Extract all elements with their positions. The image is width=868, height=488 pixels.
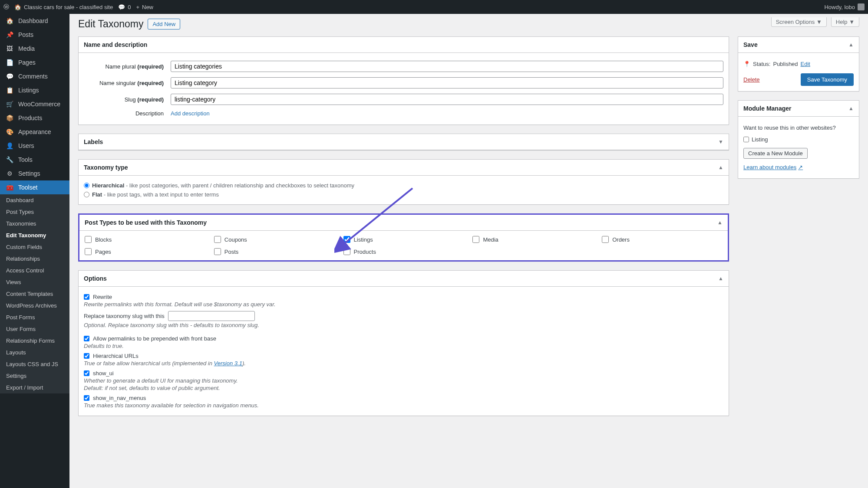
comments-link[interactable]: 💬0 xyxy=(118,4,131,10)
new-content-link[interactable]: +New xyxy=(136,4,153,10)
labels-box: Labels▼ xyxy=(78,134,729,151)
sidebar-item-listings[interactable]: 📋Listings xyxy=(0,83,69,97)
sidebar-item-posts[interactable]: 📌Posts xyxy=(0,28,69,42)
submenu-access-control[interactable]: Access Control xyxy=(0,265,69,276)
save-box-header[interactable]: Save▲ xyxy=(738,37,859,53)
edit-status-link[interactable]: Edit xyxy=(801,61,810,67)
post-type-media: Media xyxy=(472,236,593,243)
hierarchical-radio[interactable] xyxy=(84,183,89,188)
show-nav-checkbox[interactable] xyxy=(84,395,89,401)
learn-modules-link[interactable]: Learn about modules ↗ xyxy=(743,164,803,170)
submenu-layouts[interactable]: Layouts xyxy=(0,347,69,358)
submenu-layouts-css-js[interactable]: Layouts CSS and JS xyxy=(0,358,69,370)
site-name-link[interactable]: 🏠Classic cars for sale - classified site xyxy=(14,4,113,10)
screen-options-button[interactable]: Screen Options ▼ xyxy=(771,17,827,27)
submenu-wp-archives[interactable]: WordPress Archives xyxy=(0,300,69,311)
post-type-label: Coupons xyxy=(224,236,247,243)
page-title: Edit Taxonomy xyxy=(78,18,143,30)
post-type-checkbox-pages[interactable] xyxy=(85,248,92,255)
save-taxonomy-button[interactable]: Save Taxonomy xyxy=(801,73,854,86)
external-link-icon: ↗ xyxy=(798,164,803,170)
post-type-checkbox-products[interactable] xyxy=(343,248,350,255)
sidebar-item-toolset[interactable]: 🧰Toolset xyxy=(0,180,69,194)
sidebar-item-appearance[interactable]: 🎨Appearance xyxy=(0,125,69,139)
post-type-label: Products xyxy=(354,249,376,255)
avatar-icon xyxy=(858,3,865,10)
version-link[interactable]: Version 3.1 xyxy=(214,360,242,367)
help-button[interactable]: Help ▼ xyxy=(831,17,859,27)
page-icon: 📄 xyxy=(5,59,14,66)
submenu-taxonomies[interactable]: Taxonomies xyxy=(0,218,69,229)
singular-input[interactable] xyxy=(171,77,723,88)
chevron-down-icon: ▼ xyxy=(718,139,723,145)
post-types-header[interactable]: Post Types to be used with this Taxonomy… xyxy=(79,215,728,231)
sidebar-item-users[interactable]: 👤Users xyxy=(0,139,69,153)
main-content: Screen Options ▼ Help ▼ Edit Taxonomy Ad… xyxy=(69,0,868,442)
dashboard-icon: 🏠 xyxy=(5,17,14,24)
delete-link[interactable]: Delete xyxy=(743,76,760,83)
plural-label: Name plural (required) xyxy=(84,63,171,70)
submenu-export-import[interactable]: Export / Import xyxy=(0,382,69,393)
post-type-label: Posts xyxy=(224,249,239,255)
flat-radio[interactable] xyxy=(84,192,89,197)
submenu-settings[interactable]: Settings xyxy=(0,370,69,382)
submenu-post-forms[interactable]: Post Forms xyxy=(0,311,69,323)
settings-icon: ⚙ xyxy=(5,170,14,177)
slug-input[interactable] xyxy=(171,94,723,105)
taxonomy-type-box: Taxonomy type▲ Hierarchical - like post … xyxy=(78,159,729,205)
sidebar-item-pages[interactable]: 📄Pages xyxy=(0,56,69,69)
create-module-button[interactable]: Create a New Module xyxy=(743,148,808,159)
submenu-edit-taxonomy[interactable]: Edit Taxonomy xyxy=(0,229,69,241)
sidebar-item-dashboard[interactable]: 🏠Dashboard xyxy=(0,14,69,28)
post-type-posts: Posts xyxy=(214,248,335,255)
listing-module-checkbox[interactable] xyxy=(743,137,749,142)
sidebar-item-comments[interactable]: 💬Comments xyxy=(0,69,69,83)
submenu-content-templates[interactable]: Content Templates xyxy=(0,288,69,300)
plural-input[interactable] xyxy=(171,61,723,72)
pin-icon: 📍 xyxy=(743,61,750,67)
submenu-relationship-forms[interactable]: Relationship Forms xyxy=(0,335,69,347)
post-type-checkbox-posts[interactable] xyxy=(214,248,221,255)
sidebar-item-woocommerce[interactable]: 🛒WooCommerce xyxy=(0,97,69,111)
replace-slug-input[interactable] xyxy=(168,311,255,321)
toolset-icon: 🧰 xyxy=(5,184,14,191)
hierarchical-urls-checkbox[interactable] xyxy=(84,353,89,359)
submenu-dashboard[interactable]: Dashboard xyxy=(0,194,69,206)
add-new-button[interactable]: Add New xyxy=(148,19,180,29)
labels-header[interactable]: Labels▼ xyxy=(79,134,729,150)
sidebar-item-settings[interactable]: ⚙Settings xyxy=(0,167,69,180)
post-type-products: Products xyxy=(343,248,464,255)
front-base-checkbox[interactable] xyxy=(84,336,89,341)
add-description-link[interactable]: Add description xyxy=(171,110,210,117)
wordpress-icon: ⓦ xyxy=(3,3,9,11)
sidebar-item-products[interactable]: 📦Products xyxy=(0,111,69,125)
show-ui-checkbox[interactable] xyxy=(84,370,89,376)
post-type-orders: Orders xyxy=(602,236,723,243)
submenu-custom-fields[interactable]: Custom Fields xyxy=(0,241,69,253)
name-box-header[interactable]: Name and description xyxy=(79,37,729,53)
save-box: Save▲ 📍 Status: Published Edit Delete Sa… xyxy=(738,36,859,92)
submenu-post-types[interactable]: Post Types xyxy=(0,206,69,218)
user-greeting[interactable]: Howdy, lobo xyxy=(824,3,865,10)
type-header[interactable]: Taxonomy type▲ xyxy=(79,160,729,176)
post-type-checkbox-listings[interactable] xyxy=(343,236,350,243)
slug-label: Slug (required) xyxy=(84,96,171,103)
submenu-relationships[interactable]: Relationships xyxy=(0,253,69,265)
module-box-header[interactable]: Module Manager▲ xyxy=(738,101,859,117)
sidebar-item-tools[interactable]: 🔧Tools xyxy=(0,153,69,167)
post-type-checkbox-blocks[interactable] xyxy=(85,236,92,243)
options-header[interactable]: Options▲ xyxy=(79,271,729,287)
submenu-views[interactable]: Views xyxy=(0,276,69,288)
rewrite-checkbox[interactable] xyxy=(84,294,89,300)
post-type-checkbox-coupons[interactable] xyxy=(214,236,221,243)
wp-logo[interactable]: ⓦ xyxy=(3,3,9,11)
chevron-up-icon: ▲ xyxy=(848,42,854,48)
post-type-checkbox-orders[interactable] xyxy=(602,236,609,243)
post-type-label: Orders xyxy=(612,236,630,243)
submenu-user-forms[interactable]: User Forms xyxy=(0,323,69,335)
listings-icon: 📋 xyxy=(5,87,14,94)
chevron-up-icon: ▲ xyxy=(718,275,723,282)
sidebar-item-media[interactable]: 🖼Media xyxy=(0,42,69,56)
products-icon: 📦 xyxy=(5,115,14,121)
post-type-checkbox-media[interactable] xyxy=(472,236,479,243)
